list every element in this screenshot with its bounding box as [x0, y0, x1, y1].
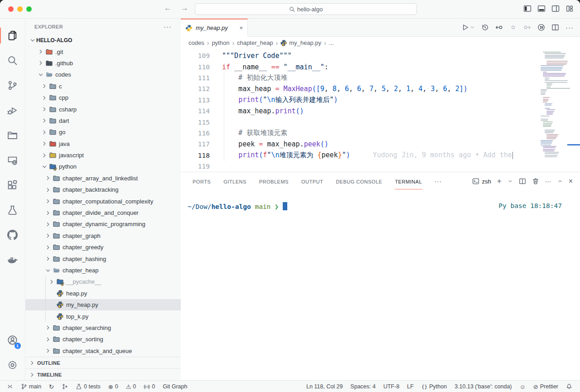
status-indentation[interactable]: Spaces: 4 — [348, 381, 378, 392]
tree-item-javascript[interactable]: javascript — [25, 150, 181, 161]
tree-item-chapter_computational_complexity[interactable]: chapter_computational_complexity — [25, 195, 181, 207]
customize-layout-icon[interactable] — [566, 5, 574, 13]
chevron-right-icon[interactable] — [37, 59, 44, 67]
chevron-right-icon[interactable] — [44, 347, 52, 354]
chevron-down-icon[interactable] — [29, 37, 36, 44]
tree-item-chapter_greedy[interactable]: chapter_greedy — [25, 242, 181, 253]
status-warnings[interactable]: ⚠0 — [124, 381, 139, 392]
activity-item-testing[interactable] — [0, 198, 25, 223]
panel-tab-terminal[interactable]: TERMINAL — [395, 174, 423, 189]
status-cursor-position[interactable]: Ln 118, Col 29 — [304, 381, 345, 392]
chevron-right-icon[interactable] — [44, 244, 52, 251]
panel-tabs-more-icon[interactable]: ··· — [434, 178, 442, 185]
kill-terminal-icon[interactable] — [532, 178, 539, 185]
code-editor[interactable]: 109"""Driver Code"""110if __name__ == "_… — [181, 49, 580, 172]
navigate-forward-icon[interactable]: → — [181, 4, 188, 13]
chevron-right-icon[interactable] — [41, 106, 48, 113]
chevron-right-icon[interactable] — [41, 94, 48, 102]
chevron-right-icon[interactable] — [41, 82, 48, 90]
status-prettier[interactable]: ⊘Prettier — [531, 381, 561, 392]
activity-item-docker[interactable] — [0, 247, 25, 272]
panel-more-actions-icon[interactable]: ··· — [545, 178, 551, 185]
tree-item-chapter_dynamic_programming[interactable]: chapter_dynamic_programming — [25, 218, 181, 230]
activity-item-source-control[interactable] — [0, 73, 25, 98]
tree-item-github[interactable]: .github — [25, 58, 181, 69]
code-line-118[interactable]: 118 print(f"\n堆顶元素为 {peek}")Yudong Jin, … — [181, 150, 580, 161]
terminal-dropdown-icon[interactable] — [508, 179, 513, 184]
toggle-secondary-sidebar-icon[interactable] — [551, 5, 560, 13]
tree-item-chapter_hashing[interactable]: chapter_hashing — [25, 253, 181, 264]
breadcrumb-item-[interactable]: ... — [329, 39, 334, 46]
tree-item-chapter_graph[interactable]: chapter_graph — [25, 230, 181, 242]
tree-item-go[interactable]: go — [25, 126, 181, 138]
status-encoding[interactable]: UTF-8 — [381, 381, 401, 392]
activity-item-extensions[interactable] — [0, 173, 25, 198]
outline-section[interactable]: OUTLINE — [25, 357, 181, 368]
navigate-back-icon[interactable]: ← — [164, 4, 172, 13]
activity-item-accounts[interactable]: 1 — [0, 328, 25, 353]
status-sync[interactable]: ↻ — [47, 381, 56, 392]
activity-item-folders[interactable] — [0, 123, 25, 148]
code-line-116[interactable]: 116 # 获取堆顶元素 — [181, 128, 580, 139]
chevron-right-icon[interactable] — [41, 117, 48, 124]
minimap[interactable] — [540, 49, 572, 172]
breadcrumb-item-codes[interactable]: codes — [188, 39, 204, 46]
code-line-110[interactable]: 110if __name__ == "__main__": — [181, 61, 580, 72]
activity-item-settings[interactable] — [0, 353, 25, 377]
status-python-interpreter[interactable]: 3.10.13 ('base': conda) — [452, 381, 514, 392]
chevron-right-icon[interactable] — [37, 48, 44, 55]
tree-item-chapter_backtracking[interactable]: chapter_backtracking — [25, 184, 181, 195]
chevron-right-icon[interactable] — [44, 198, 52, 205]
panel-tab-ports[interactable]: PORTS — [192, 174, 211, 189]
status-eol[interactable]: LF — [405, 381, 416, 392]
chevron-right-icon[interactable] — [44, 255, 52, 262]
close-window-button[interactable] — [8, 6, 14, 12]
terminal-shell-item[interactable]: zsh — [472, 178, 491, 185]
chevron-down-icon[interactable] — [37, 71, 44, 78]
tree-item-cpp[interactable]: cpp — [25, 92, 181, 103]
tree-item-python[interactable]: python — [25, 161, 181, 172]
toggle-sidebar-icon[interactable] — [523, 5, 532, 13]
terminal[interactable]: ~/Dow/hello-algo main ❯ Py base 18:18:47 — [181, 190, 580, 380]
tree-item-chapter_array_and_linkedlist[interactable]: chapter_array_and_linkedlist — [25, 173, 181, 184]
tree-item-chapter_searching[interactable]: chapter_searching — [25, 322, 181, 334]
code-line-119[interactable]: 119 — [181, 161, 580, 172]
chevron-right-icon[interactable] — [44, 209, 52, 217]
zoom-window-button[interactable] — [26, 6, 32, 12]
chevron-right-icon[interactable] — [44, 324, 52, 331]
run-python-file-button[interactable] — [461, 24, 475, 31]
chevron-right-icon[interactable] — [41, 140, 48, 147]
status-feedback[interactable]: ☺ — [517, 381, 528, 392]
code-line-109[interactable]: 109"""Driver Code""" — [181, 50, 580, 61]
chevron-down-icon[interactable] — [44, 267, 52, 274]
activity-item-remote-explorer[interactable] — [0, 148, 25, 173]
split-terminal-icon[interactable] — [519, 178, 526, 185]
tree-item-java[interactable]: java — [25, 138, 181, 150]
run-or-debug-icon[interactable] — [537, 24, 545, 31]
maximize-panel-icon[interactable] — [557, 179, 563, 184]
chevron-right-icon[interactable] — [44, 232, 52, 239]
tree-item-my_heappy[interactable]: my_heap.py — [25, 299, 181, 310]
code-line-115[interactable]: 115 — [181, 116, 580, 127]
status-gitlens[interactable] — [59, 381, 70, 392]
chevron-right-icon[interactable] — [48, 278, 55, 286]
status-remote-indicator[interactable] — [5, 381, 15, 392]
panel-tab-gitlens[interactable]: GITLENS — [223, 174, 247, 189]
activity-item-run-debug[interactable] — [0, 98, 25, 123]
close-panel-icon[interactable]: × — [569, 177, 573, 185]
tree-item-top_kpy[interactable]: top_k.py — [25, 310, 181, 322]
status-tests[interactable]: 0 tests — [73, 381, 103, 392]
activity-item-search[interactable] — [0, 48, 25, 73]
panel-tab-output[interactable]: OUTPUT — [301, 174, 324, 189]
tree-item-chapter_stack_and_queue[interactable]: chapter_stack_and_queue — [25, 345, 181, 357]
tree-item-chapter_divide_and_conquer[interactable]: chapter_divide_and_conquer — [25, 207, 181, 218]
tree-item-git[interactable]: .git — [25, 46, 181, 57]
close-tab-icon[interactable]: × — [239, 24, 243, 31]
open-changes-icon[interactable] — [495, 24, 503, 31]
timeline-history-icon[interactable] — [481, 24, 489, 31]
status-language-mode[interactable]: {}Python — [419, 381, 449, 392]
status-errors[interactable]: ⊗0 — [106, 381, 121, 392]
breadcrumb-item-my_heappy[interactable]: my_heap.py — [280, 39, 321, 46]
chevron-right-icon[interactable] — [41, 129, 48, 136]
command-center-search[interactable]: hello-algo — [195, 3, 417, 15]
